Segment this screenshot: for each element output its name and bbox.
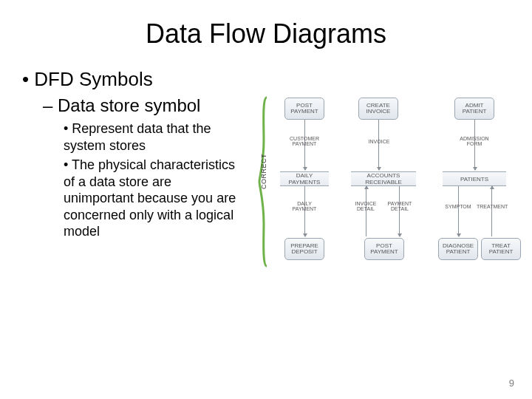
- process-admit-patient: ADMIT PATIENT: [454, 98, 494, 120]
- bullet-lvl3-b: The physical characteristics of a data s…: [64, 157, 241, 240]
- slide-title: Data Flow Diagrams: [22, 18, 510, 50]
- slide: Data Flow Diagrams DFD Symbols Data stor…: [0, 0, 532, 399]
- arrow-icon: [491, 186, 492, 236]
- flow-treatment: TREATMENT: [477, 204, 506, 209]
- flow-payment-detail: PAYMENT DETAIL: [386, 201, 413, 212]
- flow-admission-form: ADMISSION FORM: [459, 136, 490, 147]
- process-diagnose-patient: DIAGNOSE PATIENT: [438, 238, 478, 260]
- flow-daily-payment: DAILY PAYMENT: [289, 201, 320, 212]
- process-post-payment-top: POST PAYMENT: [284, 98, 324, 120]
- bullet-lvl1: DFD Symbols: [22, 68, 244, 91]
- arrow-icon: [458, 186, 459, 236]
- process-post-payment-bot: POST PAYMENT: [364, 238, 404, 260]
- bullet-list: DFD Symbols Data store symbol Represent …: [22, 68, 244, 240]
- flow-invoice-detail: INVOICE DETAIL: [352, 201, 379, 212]
- process-prepare-deposit: PREPARE DEPOSIT: [284, 238, 324, 260]
- flow-invoice: INVOICE: [366, 139, 392, 144]
- content-row: DFD Symbols Data store symbol Represent …: [22, 68, 510, 282]
- process-treat-patient: TREAT PATIENT: [481, 238, 521, 260]
- bullet-lvl3-a: Represent data that the system stores: [64, 120, 241, 154]
- arrow-icon: [378, 120, 379, 170]
- datastore-daily-payments: DAILY PAYMENTS: [280, 171, 329, 186]
- datastore-accounts-receivable: ACCOUNTS RECEIVABLE: [351, 171, 416, 186]
- flow-symptom: SYMPTOM: [444, 204, 472, 209]
- figure-column: CORRECT POST PAYMENT CREATE INVOICE ADMI…: [255, 68, 521, 282]
- flow-customer-payment: CUSTOMER PAYMENT: [289, 136, 320, 147]
- text-column: DFD Symbols Data store symbol Represent …: [22, 68, 244, 282]
- page-number: 9: [509, 378, 514, 389]
- datastore-patients: PATIENTS: [443, 171, 506, 186]
- dfd-diagram: CORRECT POST PAYMENT CREATE INVOICE ADMI…: [255, 90, 521, 282]
- process-create-invoice: CREATE INVOICE: [358, 98, 398, 120]
- correct-label: CORRECT: [260, 154, 267, 189]
- bullet-lvl2: Data store symbol: [43, 95, 244, 116]
